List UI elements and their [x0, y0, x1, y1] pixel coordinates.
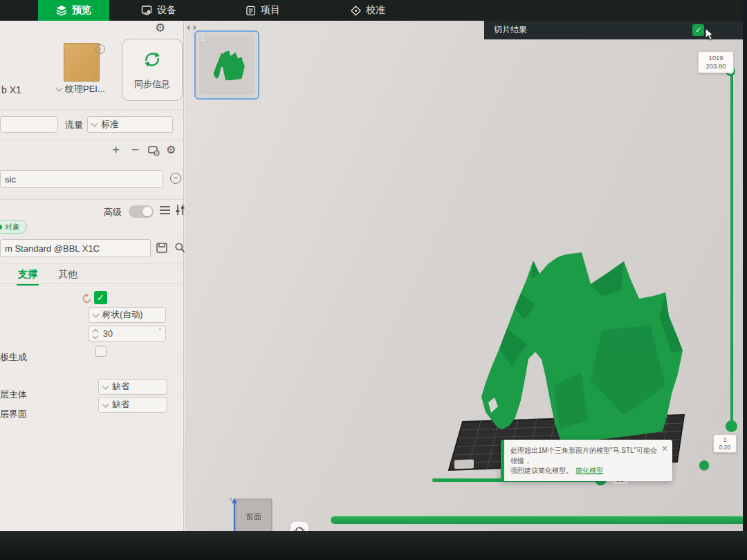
toast-line2: 强烈建议简化模型。	[510, 467, 573, 474]
topbar-spacer	[194, 0, 228, 21]
add-filament-button[interactable]: +	[112, 142, 120, 158]
info-icon[interactable]: i	[95, 44, 105, 54]
layer-slider-bottom-handle[interactable]	[726, 420, 737, 432]
reset-icon[interactable]	[82, 293, 92, 306]
printer-settings-gear-icon[interactable]: ⚙	[155, 21, 165, 35]
project-icon	[246, 6, 256, 16]
divider	[0, 199, 183, 200]
support-type-dropdown[interactable]: 树状(自动)	[89, 307, 166, 323]
left-sidebar: ⚙ b X1 i 纹理PEI... 同步信息 流量 标准 + − ⚙ sic	[0, 21, 184, 531]
bottom-progress-bar[interactable]	[331, 516, 743, 524]
printer-name: b X1	[1, 84, 21, 95]
on-build-plate-only-checkbox[interactable]	[95, 346, 107, 357]
status-dot-button[interactable]	[699, 460, 709, 470]
plate-type-dropdown[interactable]: 纹理PEI...	[57, 83, 105, 95]
tab-calibration[interactable]: 校准	[333, 0, 403, 21]
support-interface-label: 层界面	[0, 408, 27, 420]
orbit-view-button[interactable]	[290, 521, 309, 531]
topbar-spacer	[109, 0, 123, 21]
chevron-down-icon	[93, 310, 100, 317]
topbar-spacer	[298, 0, 333, 21]
sync-icon	[142, 49, 163, 73]
viewport-3d[interactable]: 切片结果 ✓ 1	[185, 21, 743, 531]
chevron-down-icon	[91, 120, 98, 127]
advanced-label: 高级	[104, 206, 122, 218]
tab-project[interactable]: 项目	[228, 0, 298, 21]
slice-result-title: 切片结果	[494, 24, 527, 36]
object-color-dot	[0, 225, 2, 230]
sync-info-button[interactable]: 同步信息	[122, 39, 183, 101]
layer-slider-track[interactable]	[730, 72, 733, 426]
plate-number: 1	[201, 35, 205, 42]
remove-filament-button[interactable]: −	[131, 142, 139, 158]
plate-type-image[interactable]	[64, 43, 100, 82]
screen-bezel	[743, 0, 747, 531]
layers-icon	[56, 5, 67, 16]
flow-value: 标准	[101, 118, 119, 131]
tab-support[interactable]: 支撑	[18, 268, 37, 281]
device-icon	[141, 5, 152, 16]
gizmo-z-label: z	[230, 496, 232, 501]
support-type-value: 树状(自动)	[102, 309, 142, 321]
tab-preview[interactable]: 预览	[38, 0, 109, 21]
close-icon[interactable]: ✕	[661, 443, 668, 455]
list-view-icon[interactable]	[159, 205, 171, 218]
mouse-cursor	[705, 28, 716, 44]
toast-line1: 处理超出1M个三角形面片的模型"马.STL"可能会很慢，	[510, 446, 658, 466]
app-window: 预览 设备 项目 校准 ⚙ b X1 i 纹理PEI... 同步信息	[0, 0, 743, 531]
support-body-label: 层主体	[0, 389, 27, 401]
layer-bottom-height: 0.20	[716, 444, 734, 451]
plate-gen-label: 板生成	[0, 351, 27, 364]
object-tag[interactable]: 对象	[0, 220, 27, 234]
advanced-toggle[interactable]	[129, 205, 154, 218]
plate-thumbnail[interactable]: 1	[194, 30, 259, 100]
filament-text: sic	[5, 174, 16, 185]
spinner-arrows[interactable]	[93, 330, 98, 338]
toast-notification: ✕ 处理超出1M个三角形面片的模型"马.STL"可能会很慢， 强烈建议简化模型。…	[501, 440, 672, 481]
support-base-dropdown[interactable]: 缺省	[98, 379, 167, 395]
support-interface-dropdown[interactable]: 缺省	[98, 397, 167, 413]
process-preset-value: m Standard @BBL X1C	[5, 243, 100, 254]
process-preset-select[interactable]: m Standard @BBL X1C	[0, 239, 151, 257]
divider	[0, 140, 183, 140]
search-icon[interactable]	[174, 242, 185, 256]
layer-slider-tooltip: 1019 203.80	[698, 51, 734, 73]
threshold-angle-spinner[interactable]: 30 °	[89, 326, 166, 342]
tab-device-label: 设备	[157, 4, 176, 17]
save-preset-icon[interactable]	[156, 243, 167, 256]
divider	[0, 109, 183, 110]
enable-support-checkbox[interactable]: ✓	[94, 291, 107, 304]
divider	[0, 263, 183, 263]
object-tag-label: 对象	[5, 222, 20, 232]
model-horse[interactable]	[443, 248, 719, 455]
threshold-angle-value: 30	[103, 329, 113, 339]
support-interface-value: 缺省	[112, 399, 129, 411]
layer-bottom-value: 1	[716, 436, 734, 444]
model-thumbnail	[208, 48, 250, 84]
tab-device[interactable]: 设备	[123, 0, 194, 21]
chevron-down-icon	[102, 400, 109, 407]
tune-icon[interactable]	[175, 204, 185, 218]
slice-result-check-icon[interactable]: ✓	[692, 24, 704, 36]
topbar-spacer	[0, 0, 38, 21]
flow-left-field[interactable]	[0, 116, 58, 133]
toggle-knob	[142, 207, 152, 216]
filament-select[interactable]: sic	[0, 170, 163, 188]
flow-label: 流量	[65, 119, 83, 131]
filament-settings-gear-icon[interactable]: ⚙	[166, 143, 176, 156]
orbit-icon	[293, 525, 306, 531]
tab-project-label: 项目	[261, 4, 280, 17]
layer-top-value: 1019	[702, 54, 730, 62]
chevron-down-icon	[102, 382, 109, 389]
flow-dropdown[interactable]: 标准	[87, 116, 173, 133]
gizmo-front-face-label: 前面	[246, 512, 261, 521]
tab-preview-label: 预览	[72, 4, 91, 17]
chevron-down-icon	[56, 85, 63, 92]
minus-circle-icon[interactable]: −	[170, 173, 181, 184]
axis-gizmo[interactable]: 前面 z x	[225, 495, 283, 531]
sync-info-label: 同步信息	[134, 78, 170, 91]
sync-ams-icon[interactable]	[148, 146, 160, 159]
angle-unit: °	[158, 327, 161, 334]
tab-others[interactable]: 其他	[58, 268, 77, 281]
simplify-model-link[interactable]: 简化模型	[575, 467, 603, 474]
